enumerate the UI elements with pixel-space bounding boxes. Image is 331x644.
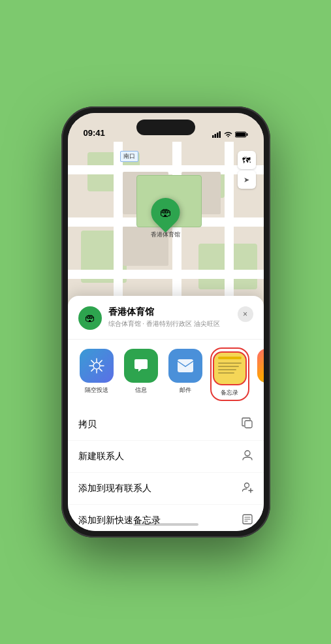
notes-label: 备忘录	[221, 389, 238, 397]
location-pin: 🏟 香港体育馆	[151, 198, 180, 239]
svg-point-7	[93, 362, 100, 369]
wifi-icon	[224, 131, 232, 138]
menu-item-add-note[interactable]: 添加到新快速备忘录	[68, 505, 264, 531]
bottom-sheet: 🏟 香港体育馆 综合体育馆 · 香港特别行政区 油尖旺区 ×	[68, 296, 264, 531]
mail-label: 邮件	[180, 386, 191, 394]
status-time: 09:41	[84, 128, 105, 138]
battery-icon	[235, 131, 248, 138]
svg-rect-9	[245, 421, 252, 428]
action-mail[interactable]: 邮件	[167, 349, 204, 400]
message-label: 信息	[135, 386, 147, 394]
map-south-entrance-label: 南口	[120, 151, 138, 162]
venue-name: 香港体育馆	[108, 306, 253, 318]
pin-circle: 🏟	[145, 192, 185, 233]
copy-icon	[242, 417, 253, 432]
menu-item-new-contact[interactable]: 新建联系人	[68, 441, 264, 473]
pin-icon: 🏟	[160, 206, 172, 219]
airdrop-label: 隔空投送	[85, 386, 108, 394]
venue-subtitle: 综合体育馆 · 香港特别行政区 油尖旺区	[108, 319, 253, 329]
status-icons	[212, 131, 248, 138]
svg-point-11	[244, 483, 249, 488]
venue-header: 🏟 香港体育馆 综合体育馆 · 香港特别行政区 油尖旺区 ×	[68, 306, 264, 340]
dynamic-island	[136, 120, 195, 135]
home-indicator	[133, 523, 198, 526]
add-existing-label: 添加到现有联系人	[78, 483, 151, 494]
add-existing-icon	[242, 481, 253, 496]
svg-rect-2	[217, 133, 219, 138]
message-icon-bg	[124, 349, 158, 383]
new-contact-icon	[242, 449, 253, 464]
notes-icon-bg	[213, 351, 247, 385]
action-more[interactable]: 更多	[256, 349, 264, 400]
close-button[interactable]: ×	[238, 306, 253, 322]
actions-row: 隔空投送 信息	[68, 340, 264, 409]
map-controls[interactable]: 🗺 ➤	[238, 151, 256, 189]
svg-rect-8	[178, 359, 193, 372]
map-view-button[interactable]: 🗺	[238, 151, 256, 169]
svg-rect-1	[214, 134, 216, 138]
venue-icon: 🏟	[78, 306, 102, 330]
menu-item-add-existing[interactable]: 添加到现有联系人	[68, 473, 264, 505]
mail-icon-bg	[168, 349, 202, 383]
menu-list: 拷贝 新建联系人	[68, 409, 264, 531]
new-contact-label: 新建联系人	[78, 451, 124, 462]
copy-label: 拷贝	[78, 419, 97, 430]
phone-frame: 09:41	[61, 106, 270, 538]
add-note-icon	[242, 513, 253, 528]
svg-rect-3	[219, 131, 221, 138]
svg-rect-0	[212, 135, 214, 138]
action-airdrop[interactable]: 隔空投送	[78, 349, 115, 400]
svg-point-10	[245, 451, 250, 456]
signal-icon	[212, 131, 221, 138]
more-icon-bg	[257, 349, 264, 383]
airdrop-icon	[80, 349, 114, 383]
venue-info: 香港体育馆 综合体育馆 · 香港特别行政区 油尖旺区	[108, 306, 253, 329]
location-button[interactable]: ➤	[238, 170, 256, 189]
phone-screen: 09:41	[68, 113, 264, 531]
action-message[interactable]: 信息	[123, 349, 159, 400]
menu-item-copy[interactable]: 拷贝	[68, 409, 264, 441]
svg-rect-6	[236, 133, 245, 137]
action-notes[interactable]: 备忘录	[212, 349, 248, 400]
svg-rect-5	[246, 133, 247, 136]
